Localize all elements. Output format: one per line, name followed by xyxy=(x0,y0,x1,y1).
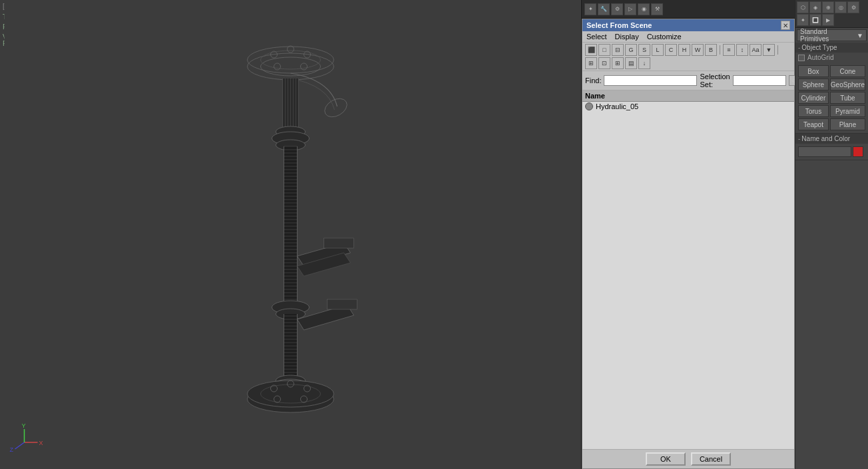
create-icon[interactable]: ✦ xyxy=(584,3,596,15)
motion-icon[interactable]: ▷ xyxy=(624,3,636,15)
object-type-section: - Object Type AutoGrid Box Cone Sphere G… xyxy=(795,43,868,134)
display-icon[interactable]: ◉ xyxy=(638,3,650,15)
svg-text:X: X xyxy=(39,440,43,446)
list-type-btn[interactable]: ≡ xyxy=(723,44,735,56)
props-icon-8[interactable]: ▶ xyxy=(822,14,834,26)
find-input[interactable] xyxy=(604,75,697,86)
svg-rect-75 xyxy=(327,299,357,309)
select-sub-btn[interactable]: ⊡ xyxy=(598,57,610,69)
utilities-icon[interactable]: ⚒ xyxy=(651,3,663,15)
props-icon-3[interactable]: ⊕ xyxy=(822,1,834,13)
sort-btn[interactable]: ↕ xyxy=(736,44,748,56)
select-all-btn[interactable]: ⬛ xyxy=(585,44,597,56)
list-header: Name xyxy=(582,90,794,102)
dialog-footer: OK Cancel xyxy=(582,449,794,468)
props-icons-top: ⬡ ◈ ⊕ ◎ ⚙ ✦ 🔳 ▶ xyxy=(795,0,868,28)
ok-button[interactable]: OK xyxy=(646,452,686,466)
dialog-menubar: Select Display Customize xyxy=(582,31,794,43)
viewport: [ + ] [ Perspective ] [ Shaded + Edged F… xyxy=(0,0,582,469)
sphere-btn[interactable]: Sphere xyxy=(798,78,829,90)
autocell-row: AutoGrid xyxy=(795,53,868,63)
name-color-label: Name and Color xyxy=(801,135,850,142)
hierarchy-icon[interactable]: ⚙ xyxy=(611,3,623,15)
right-panel: ✦ 🔧 ⚙ ▷ ◉ ⚒ Select From Scene ✕ Select D… xyxy=(582,0,795,469)
props-icon-6[interactable]: ✦ xyxy=(797,14,809,26)
display-btn2[interactable]: ⊞ xyxy=(585,57,597,69)
select-invert-btn[interactable]: ⊟ xyxy=(612,44,624,56)
tube-btn[interactable]: Tube xyxy=(830,92,865,104)
svg-text:Z: Z xyxy=(10,446,14,453)
props-panel: ⬡ ◈ ⊕ ◎ ⚙ ✦ 🔳 ▶ Standard Primitives ▼ - … xyxy=(795,0,868,469)
dialog-display-menu[interactable]: Display xyxy=(614,32,640,41)
dialog-select-menu[interactable]: Select xyxy=(585,32,608,41)
svg-text:Y: Y xyxy=(22,422,26,429)
autocell-checkbox[interactable] xyxy=(798,55,805,61)
props-icon-2[interactable]: ◈ xyxy=(809,1,821,13)
dialog-customize-menu[interactable]: Customize xyxy=(646,32,683,41)
filter-btn[interactable]: ▼ xyxy=(763,44,775,56)
scene-dialog: Select From Scene ✕ Select Display Custo… xyxy=(582,19,795,469)
expand-btn[interactable]: ⊞ xyxy=(612,57,624,69)
geosphere-btn[interactable]: GeoSphere xyxy=(830,78,865,90)
svg-rect-74 xyxy=(324,238,354,248)
autocell-label: AutoGrid xyxy=(807,54,833,61)
pick-btn[interactable]: ↓ xyxy=(638,57,650,69)
name-color-controls xyxy=(795,144,868,160)
props-icon-4[interactable]: ◎ xyxy=(835,1,847,13)
dialog-list[interactable]: Hydraulic_05 xyxy=(582,102,794,449)
main-area: [ + ] [ Perspective ] [ Shaded + Edged F… xyxy=(0,0,868,469)
props-icon-1[interactable]: ⬡ xyxy=(797,1,809,13)
name-color-row xyxy=(798,146,865,157)
dropdown-label: Standard Primitives xyxy=(800,28,857,43)
sel-set-label: Selection Set: xyxy=(700,73,730,88)
select-none-btn[interactable]: □ xyxy=(598,44,610,56)
filter-space-btn[interactable]: W xyxy=(692,44,704,56)
cone-btn[interactable]: Cone xyxy=(830,65,865,77)
name-color-section: - Name and Color xyxy=(795,134,868,160)
props-dropdown[interactable]: Standard Primitives ▼ xyxy=(797,29,867,41)
dialog-find-row: Find: Selection Set: ◁ ▷ ▼ xyxy=(582,71,794,90)
filter-light-btn[interactable]: L xyxy=(652,44,664,56)
cancel-button[interactable]: Cancel xyxy=(691,452,731,466)
dialog-close-button[interactable]: ✕ xyxy=(781,21,790,30)
dropdown-arrow: ▼ xyxy=(857,32,863,39)
dialog-titlebar: Select From Scene ✕ xyxy=(582,19,794,31)
filter-helper-btn[interactable]: H xyxy=(678,44,690,56)
object-type-label: Object Type xyxy=(801,44,837,51)
filter-geo-btn[interactable]: G xyxy=(625,44,637,56)
filter-shape-btn[interactable]: S xyxy=(638,44,650,56)
teapot-btn[interactable]: Teapot xyxy=(798,118,829,130)
dialog-toolbar: ⬛ □ ⊟ G S L C H W B ≡ ↕ Aa ▼ ⊞ ⊡ ⊞ ▤ ↓ xyxy=(582,43,794,71)
item-icon xyxy=(585,102,593,110)
object-type-grid: Box Cone Sphere GeoSphere Cylinder Tube … xyxy=(795,63,868,133)
list-item-hydraulic[interactable]: Hydraulic_05 xyxy=(582,102,794,111)
torus-btn[interactable]: Torus xyxy=(798,105,829,117)
props-icon-5[interactable]: ⚙ xyxy=(847,1,859,13)
box-btn[interactable]: Box xyxy=(798,65,829,77)
props-icon-7[interactable]: 🔳 xyxy=(809,14,821,26)
sel-set-input[interactable] xyxy=(733,75,786,86)
filter-cam-btn[interactable]: C xyxy=(665,44,677,56)
svg-rect-78 xyxy=(284,314,298,381)
cylinder-btn[interactable]: Cylinder xyxy=(798,92,829,104)
color-swatch[interactable] xyxy=(853,146,863,157)
right-toolbar: ✦ 🔧 ⚙ ▷ ◉ ⚒ xyxy=(582,0,795,19)
filter-bone-btn[interactable]: B xyxy=(705,44,717,56)
case-btn[interactable]: Aa xyxy=(750,44,761,56)
name-color-header: - Name and Color xyxy=(795,134,868,144)
modify-icon[interactable]: 🔧 xyxy=(598,3,610,15)
pyramid-btn[interactable]: Pyramid xyxy=(830,105,865,117)
name-input[interactable] xyxy=(798,146,851,157)
dialog-title: Select From Scene xyxy=(586,21,652,29)
plane-btn[interactable]: Plane xyxy=(830,118,865,130)
item-name: Hydraulic_05 xyxy=(596,102,638,110)
object-type-header: - Object Type xyxy=(795,43,868,53)
collapse-btn[interactable]: ▤ xyxy=(625,57,637,69)
find-label: Find: xyxy=(585,77,601,84)
viewport-canvas: X Y Z xyxy=(0,0,581,469)
